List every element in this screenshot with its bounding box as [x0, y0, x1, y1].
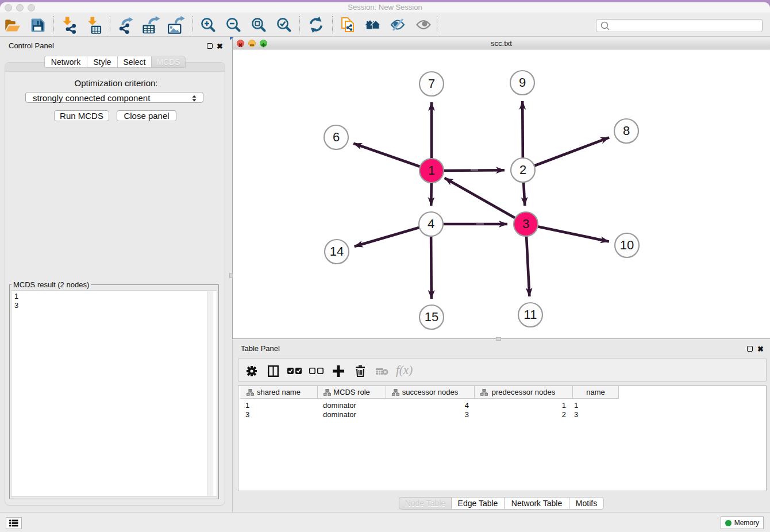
svg-text:1: 1	[428, 163, 435, 178]
svg-text:10: 10	[620, 238, 634, 252]
svg-text:11: 11	[524, 307, 537, 322]
svg-text:7: 7	[428, 76, 435, 91]
svg-text:2: 2	[519, 163, 526, 177]
svg-text:3: 3	[522, 217, 529, 231]
svg-text:15: 15	[425, 310, 438, 324]
svg-text:9: 9	[519, 75, 526, 90]
svg-text:8: 8	[623, 124, 630, 138]
svg-text:4: 4	[428, 217, 434, 231]
svg-text:6: 6	[333, 130, 340, 144]
svg-text:14: 14	[330, 244, 344, 259]
